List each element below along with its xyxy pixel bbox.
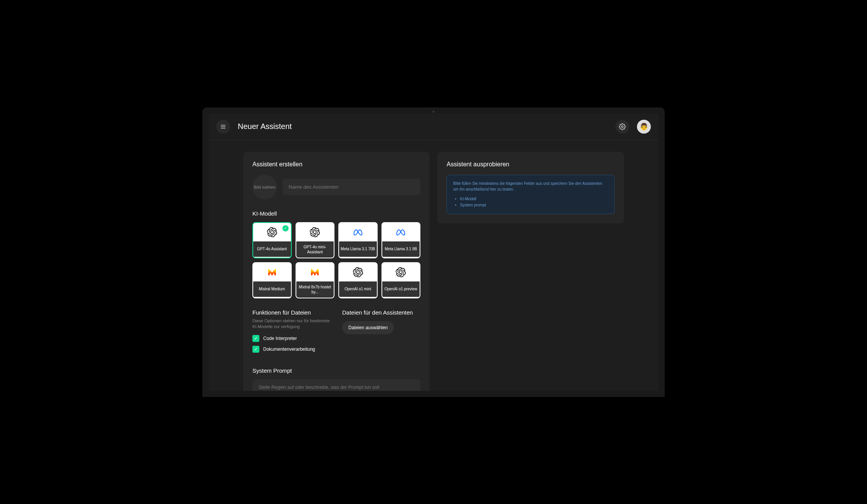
tryout-panel: Assistent ausprobieren Bitte füllen Sie … bbox=[437, 152, 624, 223]
svg-rect-19 bbox=[317, 271, 319, 272]
user-avatar[interactable]: 👨 bbox=[637, 120, 651, 134]
choose-image-button[interactable]: Bild wählen bbox=[252, 175, 277, 199]
prompt-title: System Prompt bbox=[252, 367, 420, 374]
function-checkbox-0[interactable]: ✓Code Interpreter bbox=[252, 335, 331, 342]
svg-rect-17 bbox=[313, 271, 314, 272]
create-title: Assistent erstellen bbox=[252, 161, 420, 168]
settings-button[interactable] bbox=[615, 120, 629, 134]
svg-point-3 bbox=[622, 126, 623, 127]
model-card-7[interactable]: OpenAI o1 preview bbox=[381, 262, 421, 298]
function-checkbox-1[interactable]: ✓Dokumentenverarbeitung bbox=[252, 346, 331, 353]
checkbox-icon: ✓ bbox=[252, 335, 259, 342]
page-title: Neuer Assistent bbox=[238, 122, 608, 131]
gear-icon bbox=[619, 123, 626, 130]
model-label: Mistral Medium bbox=[253, 281, 291, 297]
svg-rect-9 bbox=[274, 271, 276, 272]
svg-rect-12 bbox=[271, 274, 273, 275]
svg-rect-13 bbox=[274, 274, 276, 275]
svg-rect-8 bbox=[273, 271, 274, 272]
svg-rect-14 bbox=[311, 269, 313, 271]
model-card-1[interactable]: GPT-4o mini-Assistant bbox=[296, 222, 335, 258]
model-label: Meta Llama 3.1 70B bbox=[339, 241, 377, 257]
model-card-0[interactable]: GPT-4o Assistant bbox=[252, 222, 292, 258]
functions-title: Funktionen für Dateien bbox=[252, 309, 331, 316]
app-screen: Neuer Assistent 👨 Assistent erstellen Bi… bbox=[208, 114, 659, 391]
svg-rect-22 bbox=[314, 274, 316, 275]
openai-icon bbox=[339, 263, 377, 281]
svg-rect-16 bbox=[311, 271, 313, 272]
svg-rect-23 bbox=[317, 274, 319, 275]
openai-icon bbox=[382, 263, 420, 281]
model-section-title: KI-Modell bbox=[252, 210, 420, 217]
model-card-6[interactable]: OpenAI o1 mini bbox=[338, 262, 378, 298]
checkbox-label: Dokumentenverarbeitung bbox=[263, 347, 315, 352]
model-label: GPT-4o mini-Assistant bbox=[296, 241, 334, 258]
meta-icon bbox=[382, 223, 420, 241]
hamburger-icon bbox=[220, 124, 226, 130]
svg-rect-11 bbox=[268, 274, 270, 275]
content: Assistent erstellen Bild wählen KI-Model… bbox=[208, 140, 659, 391]
model-card-2[interactable]: Meta Llama 3.1 70B bbox=[338, 222, 378, 258]
model-card-4[interactable]: Mistral Medium bbox=[252, 262, 292, 298]
mistral-icon bbox=[296, 263, 334, 281]
tryout-title: Assistent ausprobieren bbox=[447, 161, 615, 168]
functions-column: Funktionen für Dateien Diese Optionen st… bbox=[252, 309, 331, 357]
choose-files-button[interactable]: Dateien auswählen bbox=[342, 321, 394, 334]
meta-icon bbox=[339, 223, 377, 241]
menu-button[interactable] bbox=[216, 120, 230, 134]
system-prompt-input[interactable] bbox=[252, 379, 420, 390]
mistral-icon bbox=[253, 263, 291, 281]
required-field-item: KI-Modell bbox=[460, 196, 608, 202]
model-label: OpenAI o1 preview bbox=[382, 281, 420, 297]
model-grid: GPT-4o AssistantGPT-4o mini-AssistantMet… bbox=[252, 222, 420, 298]
functions-files-row: Funktionen für Dateien Diese Optionen st… bbox=[252, 309, 420, 357]
checkbox-icon: ✓ bbox=[252, 346, 259, 353]
checkbox-label: Code Interpreter bbox=[263, 336, 297, 341]
laptop-frame: Neuer Assistent 👨 Assistent erstellen Bi… bbox=[202, 107, 665, 397]
svg-rect-15 bbox=[317, 269, 319, 271]
svg-rect-6 bbox=[268, 271, 270, 272]
assistant-name-input[interactable] bbox=[282, 179, 420, 195]
info-text: Bitte füllen Sie mindestens die folgende… bbox=[453, 181, 608, 192]
svg-rect-4 bbox=[268, 269, 270, 271]
openai-icon bbox=[253, 223, 291, 241]
model-label: GPT-4o Assistant bbox=[253, 241, 291, 257]
openai-icon bbox=[296, 223, 334, 241]
model-label: OpenAI o1 mini bbox=[339, 281, 377, 297]
svg-rect-5 bbox=[274, 269, 276, 271]
info-box: Bitte füllen Sie mindestens die folgende… bbox=[447, 175, 615, 214]
files-title: Dateien für den Assistenten bbox=[342, 309, 420, 316]
svg-rect-21 bbox=[311, 274, 313, 275]
svg-rect-18 bbox=[316, 271, 317, 272]
model-card-5[interactable]: Mixtral 8x7b hostet by... bbox=[296, 262, 335, 298]
files-column: Dateien für den Assistenten Dateien ausw… bbox=[342, 309, 420, 357]
svg-rect-10 bbox=[268, 272, 276, 274]
required-fields-list: KI-ModellSystem prompt bbox=[453, 196, 608, 208]
image-name-row: Bild wählen bbox=[252, 175, 420, 199]
header: Neuer Assistent 👨 bbox=[208, 114, 659, 140]
svg-rect-20 bbox=[311, 272, 319, 274]
create-panel: Assistent erstellen Bild wählen KI-Model… bbox=[243, 152, 430, 391]
model-label: Meta Llama 3.1 8B bbox=[382, 241, 420, 257]
functions-help: Diese Optionen stehen nur für bestimmte … bbox=[252, 318, 331, 330]
model-card-3[interactable]: Meta Llama 3.1 8B bbox=[381, 222, 421, 258]
model-label: Mixtral 8x7b hostet by... bbox=[296, 281, 334, 298]
required-field-item: System prompt bbox=[460, 202, 608, 208]
svg-rect-7 bbox=[270, 271, 271, 272]
